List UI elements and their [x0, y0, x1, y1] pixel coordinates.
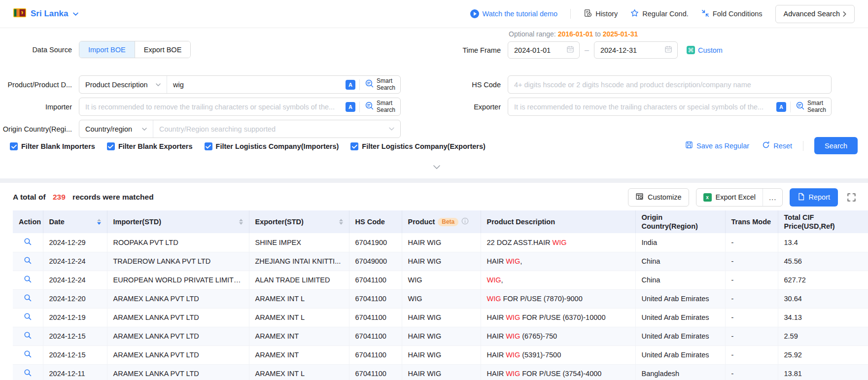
col-hs-code: HS Code [349, 210, 402, 233]
save-icon [685, 141, 693, 150]
report-button[interactable]: Report [790, 188, 838, 207]
filter-logistics-exporters-checkbox[interactable]: Filter Logistics Company(Exporters) [350, 142, 486, 150]
cell-trans-mode: - [725, 289, 778, 308]
cell-product-description: HAIR WIG FOR P/USE (6370)-10000 [481, 308, 635, 327]
row-search-action[interactable] [13, 308, 43, 327]
export-more-button[interactable]: ... [763, 189, 783, 206]
cell-importer-link[interactable]: TRADEROW LANKA PVT LTD [107, 252, 249, 271]
cell-importer-link[interactable]: ROOPAKA PVT LTD [107, 233, 249, 252]
regular-cond-label: Regular Cond. [642, 10, 689, 18]
cell-exporter-link[interactable]: ARAMEX INT [249, 327, 349, 345]
advanced-search-button[interactable]: Advanced Search [775, 5, 855, 23]
hs-code-row: HS Code [462, 75, 832, 94]
collapse-filters-tab[interactable] [425, 162, 449, 172]
cell-importer-link[interactable]: ARAMEX LANKA PVT LTD [107, 289, 249, 308]
exporter-label: Exporter [462, 103, 508, 111]
origin-type-select[interactable]: Country/region [79, 120, 153, 138]
end-date-input[interactable]: 2024-12-31 [594, 41, 678, 59]
cell-importer-link[interactable]: ARAMEX LANKA PVT LTD [107, 308, 249, 327]
cell-product-link[interactable]: HAIR WIG [402, 308, 481, 327]
cell-importer-link[interactable]: ARAMEX LANKA PVT LTD [107, 327, 249, 345]
exporter-smart-search-button[interactable]: SmartSearch [791, 98, 831, 115]
row-search-action[interactable] [13, 252, 43, 271]
regular-cond-button[interactable]: Regular Cond. [630, 9, 689, 19]
product-search-input[interactable] [167, 76, 346, 93]
cell-product-link[interactable]: WIG [402, 271, 481, 289]
country-selector[interactable]: Sri Lanka [13, 8, 78, 19]
row-search-action[interactable] [13, 233, 43, 252]
cell-product-link[interactable]: HAIR WIG [402, 233, 481, 252]
reset-button[interactable]: Reset [762, 141, 792, 150]
magnifier-icon [24, 256, 32, 265]
importer-smart-search-button[interactable]: SmartSearch [360, 98, 400, 115]
cell-date: 2024-12-15 [43, 327, 107, 345]
filter-logistics-importers-checkbox[interactable]: Filter Logistics Company(Importers) [205, 142, 339, 150]
custom-range-link[interactable]: ⌘ Custom [687, 46, 723, 54]
export-excel-button[interactable]: x Export Excel [696, 189, 763, 206]
sort-icons[interactable] [335, 219, 343, 225]
cell-exporter-link[interactable]: ARAMEX INT [249, 345, 349, 364]
cell-importer-link[interactable]: ARAMEX LANKA PVT LTD [107, 364, 249, 380]
cell-product-description: HAIR WIG, [481, 252, 635, 271]
cell-product-link[interactable]: HAIR WIG [402, 327, 481, 345]
cell-exporter-link[interactable]: ZHEJIANG INTAI KNITTI... [249, 252, 349, 271]
start-date-input[interactable]: 2024-01-01 [508, 41, 580, 59]
cell-exporter-link[interactable]: SHINE IMPEX [249, 233, 349, 252]
cell-product-link[interactable]: HAIR WIG [402, 364, 481, 380]
cell-origin-country: United Arab Emirates [635, 345, 725, 364]
table-row: 2024-12-24 EUROPEAN WORLD PRIVATE LIMITE… [13, 271, 868, 289]
importer-input[interactable] [79, 98, 346, 115]
cell-exporter-link[interactable]: ARAMEX INT L [249, 289, 349, 308]
cell-exporter-link[interactable]: ARAMEX INT L [249, 308, 349, 327]
optional-range-text: Optional range: 2016-01-01 to 2025-01-31 [509, 30, 638, 38]
filter-blank-importers-checkbox[interactable]: Filter Blank Importers [10, 142, 95, 150]
product-label: Product/Product D... [0, 81, 79, 89]
fold-conditions-button[interactable]: Fold Conditions [701, 9, 763, 19]
info-icon[interactable] [461, 217, 469, 227]
origin-country-row: Origin Country(Regi... Country/region [0, 120, 401, 138]
row-search-action[interactable] [13, 271, 43, 289]
product-smart-search-button[interactable]: SmartSearch [360, 76, 400, 93]
watch-tutorial-link[interactable]: Watch the tutorial demo [470, 9, 558, 18]
col-date[interactable]: Date [43, 210, 107, 233]
export-boe-tab[interactable]: Export BOE [135, 41, 191, 58]
hs-code-input[interactable] [508, 75, 832, 94]
sort-icons[interactable] [93, 219, 101, 225]
history-label: History [595, 10, 618, 18]
report-icon [798, 193, 804, 202]
col-exporter[interactable]: Exporter(STD) [249, 210, 349, 233]
row-search-action[interactable] [13, 345, 43, 364]
filter-blank-exporters-checkbox[interactable]: Filter Blank Exporters [107, 142, 193, 150]
cell-product-link[interactable]: HAIR WIG [402, 345, 481, 364]
translate-icon[interactable]: A [346, 80, 355, 90]
col-importer[interactable]: Importer(STD) [107, 210, 249, 233]
translate-icon[interactable]: A [346, 102, 355, 112]
checkbox-checked-icon [10, 142, 18, 150]
reset-icon [762, 141, 770, 150]
import-boe-tab[interactable]: Import BOE [79, 41, 135, 58]
top-bar: Sri Lanka Watch the tutorial demo Histor… [0, 0, 868, 28]
customize-button[interactable]: Customize [628, 188, 689, 207]
fullscreen-button[interactable] [847, 193, 856, 202]
translate-icon[interactable]: A [776, 102, 786, 112]
cell-product-link[interactable]: HAIR WIG [402, 252, 481, 271]
cell-product-link[interactable]: WIG [402, 289, 481, 308]
history-button[interactable]: History [584, 9, 618, 19]
fold-conditions-label: Fold Conditions [713, 10, 763, 18]
cell-exporter-link[interactable]: ARAMEX INT L [249, 364, 349, 380]
cell-hs-code: 67041100 [349, 308, 402, 327]
search-button[interactable]: Search [814, 137, 858, 154]
origin-country-input[interactable] [153, 120, 389, 138]
save-as-regular-button[interactable]: Save as Regular [685, 141, 749, 150]
sort-icons[interactable] [235, 219, 243, 225]
row-search-action[interactable] [13, 327, 43, 345]
row-search-action[interactable] [13, 289, 43, 308]
exporter-input[interactable] [508, 98, 776, 115]
topbar-actions: Watch the tutorial demo History Regular … [470, 5, 855, 23]
cell-exporter-link[interactable]: ALAN TRADE LIMITED [249, 271, 349, 289]
cell-importer-link[interactable]: EUROPEAN WORLD PRIVATE LIMITED [107, 271, 249, 289]
row-search-action[interactable] [13, 364, 43, 380]
cell-total-cif: 25.92 [778, 345, 868, 364]
product-field-select[interactable]: Product Description [79, 76, 167, 93]
cell-importer-link[interactable]: ARAMEX LANKA PVT LTD [107, 345, 249, 364]
